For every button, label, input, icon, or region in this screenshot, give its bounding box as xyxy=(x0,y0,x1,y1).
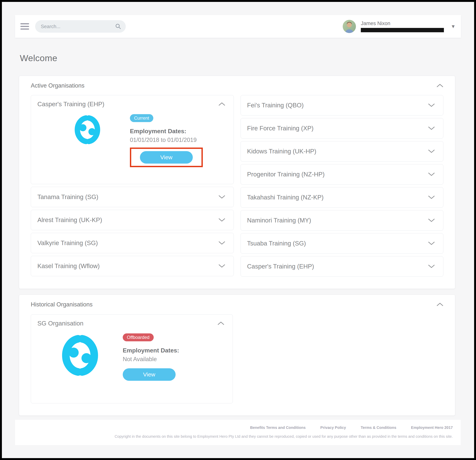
org-card-title: Alrest Training (UK-KP) xyxy=(37,217,102,224)
historical-organisations-title: Historical Organisations xyxy=(31,301,93,308)
user-name: James Nixon xyxy=(361,21,444,26)
org-card-title: Takahashi Training (NZ-KP) xyxy=(247,194,324,201)
employment-dates-value: 01/01/2018 to 01/01/2019 xyxy=(130,137,196,143)
org-card-title: SG Organisation xyxy=(37,320,84,327)
employment-dates-value: Not Available xyxy=(123,356,157,363)
org-card-title: Fei's Training (QBO) xyxy=(247,102,304,109)
chevron-down-icon[interactable] xyxy=(219,241,225,245)
chevron-down-icon[interactable] xyxy=(428,126,435,130)
org-card-feis-training[interactable]: Fei's Training (QBO) xyxy=(240,95,443,116)
employment-dates-label: Employment Dates: xyxy=(123,347,179,354)
employment-hero-logo xyxy=(73,114,102,146)
chevron-up-icon[interactable] xyxy=(219,102,225,106)
redacted-text xyxy=(361,28,444,32)
chevron-down-icon[interactable] xyxy=(428,218,435,222)
chevron-down-icon[interactable] xyxy=(428,150,435,153)
org-card-naminori-training[interactable]: Naminori Training (MY) xyxy=(240,210,443,231)
chevron-up-icon[interactable] xyxy=(437,84,443,88)
org-card-info: Offboarded Employment Dates: Not Availab… xyxy=(123,333,179,381)
chevron-down-icon[interactable] xyxy=(428,242,435,245)
org-card-sg-organisation: SG Organisation Offboarded Employment Da… xyxy=(31,314,233,403)
view-button[interactable]: View xyxy=(140,151,193,164)
active-organisations-title: Active Organisations xyxy=(31,82,85,89)
left-column: Casper's Training (EHP) Current Employme… xyxy=(31,95,234,279)
footer-link-benefits-terms[interactable]: Benefits Terms and Conditions xyxy=(250,426,306,430)
org-card-fire-force-training[interactable]: Fire Force Training (XP) xyxy=(240,118,443,139)
footer-copyright: Copyright in the documents on this site … xyxy=(23,434,453,439)
search-input[interactable] xyxy=(35,24,126,29)
user-menu[interactable]: James Nixon ▼ xyxy=(343,20,456,33)
footer-link-employment-hero[interactable]: Employment Hero 2017 xyxy=(411,426,453,430)
org-card-title: Casper's Training (EHP) xyxy=(37,100,104,108)
org-card-title: Fire Force Training (XP) xyxy=(247,125,314,132)
topbar: James Nixon ▼ xyxy=(15,15,461,38)
caret-down-icon[interactable]: ▼ xyxy=(451,24,456,29)
org-card-title: Kidows Training (UK-HP) xyxy=(247,148,316,155)
org-card-body: Current Employment Dates: 01/01/2018 to … xyxy=(37,114,225,167)
org-card-tsuaba-training[interactable]: Tsuaba Training (SG) xyxy=(240,233,443,254)
employment-dates-label: Employment Dates: xyxy=(130,128,186,135)
right-column: Fei's Training (QBO) Fire Force Training… xyxy=(240,95,443,279)
org-card-valkyrie-training[interactable]: Valkyrie Training (SG) xyxy=(31,233,234,253)
org-card-info: Current Employment Dates: 01/01/2018 to … xyxy=(130,114,203,167)
view-button[interactable]: View xyxy=(123,368,176,381)
chevron-down-icon[interactable] xyxy=(428,195,435,199)
search-box[interactable] xyxy=(35,20,126,33)
status-badge: Offboarded xyxy=(123,333,154,341)
chevron-up-icon[interactable] xyxy=(437,303,443,306)
footer-links: Benefits Terms and Conditions Privacy Po… xyxy=(23,426,453,430)
org-card-body: Offboarded Employment Dates: Not Availab… xyxy=(37,333,224,381)
app-window: James Nixon ▼ Welcome Active Organisatio… xyxy=(2,2,474,458)
employment-hero-logo xyxy=(60,333,100,378)
org-card-title: Tanama Training (SG) xyxy=(37,193,98,201)
org-card-caspers-training: Casper's Training (EHP) Current Employme… xyxy=(31,95,234,184)
chevron-down-icon[interactable] xyxy=(428,265,435,268)
org-card-caspers-training-collapsed[interactable]: Casper's Training (EHP) xyxy=(240,256,443,276)
historical-organisations-header[interactable]: Historical Organisations xyxy=(31,301,443,308)
org-card-alrest-training[interactable]: Alrest Training (UK-KP) xyxy=(31,210,234,230)
org-card-title: Valkyrie Training (SG) xyxy=(37,239,98,247)
active-organisations-header[interactable]: Active Organisations xyxy=(31,82,443,89)
chevron-down-icon[interactable] xyxy=(219,218,225,222)
menu-icon[interactable] xyxy=(20,23,29,30)
chevron-down-icon[interactable] xyxy=(428,172,435,176)
org-card-progenitor-training[interactable]: Progenitor Training (NZ-HP) xyxy=(240,164,443,184)
chevron-down-icon[interactable] xyxy=(219,264,225,268)
chevron-down-icon[interactable] xyxy=(219,195,225,199)
org-card-tanama-training[interactable]: Tanama Training (SG) xyxy=(31,187,234,207)
chevron-up-icon[interactable] xyxy=(218,321,224,325)
status-badge: Current xyxy=(130,114,153,122)
org-card-title: Progenitor Training (NZ-HP) xyxy=(247,171,325,178)
avatar[interactable] xyxy=(343,20,356,33)
org-card-header[interactable]: SG Organisation xyxy=(37,320,224,327)
org-card-kasel-training[interactable]: Kasel Training (Wflow) xyxy=(31,256,234,276)
search-icon[interactable] xyxy=(115,23,121,29)
org-card-takahashi-training[interactable]: Takahashi Training (NZ-KP) xyxy=(240,187,443,208)
active-organisations-panel: Active Organisations Casper's Training (… xyxy=(19,76,455,289)
org-card-header[interactable]: Casper's Training (EHP) xyxy=(37,100,225,108)
annotation-highlight: View xyxy=(130,148,203,167)
org-card-title: Naminori Training (MY) xyxy=(247,217,311,224)
chevron-down-icon[interactable] xyxy=(428,103,435,107)
page-title: Welcome xyxy=(20,53,474,63)
user-info: James Nixon xyxy=(361,21,444,32)
footer-link-privacy-policy[interactable]: Privacy Policy xyxy=(320,426,346,430)
org-card-title: Kasel Training (Wflow) xyxy=(37,262,100,270)
footer-link-terms-conditions[interactable]: Terms & Conditions xyxy=(361,426,396,430)
org-card-title: Tsuaba Training (SG) xyxy=(247,240,306,247)
historical-organisations-panel: Historical Organisations SG Organisation… xyxy=(19,294,455,416)
organisation-columns: Casper's Training (EHP) Current Employme… xyxy=(31,95,443,279)
org-card-title: Casper's Training (EHP) xyxy=(247,263,314,270)
footer: Benefits Terms and Conditions Privacy Po… xyxy=(15,420,461,445)
org-card-kidows-training[interactable]: Kidows Training (UK-HP) xyxy=(240,141,443,161)
